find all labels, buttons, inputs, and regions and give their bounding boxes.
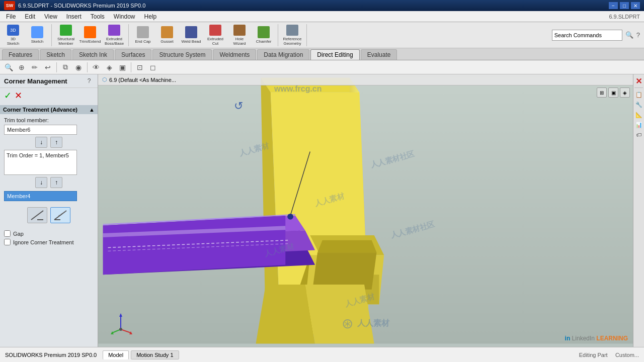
svg-line-0	[31, 211, 43, 220]
ignore-label: Ignore Corner Treatment	[13, 239, 73, 245]
vp-ctrl-2[interactable]: ▣	[608, 87, 618, 98]
rp-icon-4[interactable]: 📐	[634, 110, 643, 119]
3d-sketch-label: 3DSketch	[7, 37, 19, 46]
tb-trim-extend[interactable]: Trim/Extend	[79, 24, 101, 46]
tb-gusset[interactable]: Gusset	[156, 24, 178, 46]
structural-label: StructuralMember	[57, 37, 74, 46]
tab-evaluate[interactable]: Evaluate	[361, 49, 397, 60]
section-header[interactable]: Corner Treatment (Advance) ▲	[0, 105, 98, 114]
end-cap-label: End Cap	[135, 39, 150, 44]
chamfer-icon	[258, 26, 270, 38]
vp-ctrl-3[interactable]: ◈	[620, 87, 630, 98]
st-circle-icon[interactable]: ◉	[73, 62, 84, 73]
menu-view[interactable]: View	[40, 12, 61, 21]
st-copy-icon[interactable]: ⧉	[60, 62, 71, 73]
toolbar-group-weld: End Cap Gusset Weld Bead Extruded Cut Ho…	[132, 24, 278, 46]
gusset-icon	[161, 26, 173, 38]
move-down-btn[interactable]: ↓	[35, 137, 47, 148]
rp-icon-2[interactable]: 📋	[634, 90, 643, 99]
rp-icon-1[interactable]: ✕	[634, 76, 643, 85]
sketch-icon	[31, 26, 43, 38]
tab-direct-editing[interactable]: Direct Editing	[310, 49, 359, 60]
ok-button[interactable]: ✓	[4, 90, 12, 101]
gap-checkbox[interactable]	[4, 230, 11, 237]
st-view-icon[interactable]: ⊡	[134, 62, 145, 73]
treat-btn-1[interactable]	[27, 207, 47, 223]
trim-tool-input[interactable]	[4, 125, 77, 135]
tb-reference-geometry[interactable]: ReferenceGeometry	[281, 24, 303, 46]
trim-order-up-btn[interactable]: ↑	[50, 177, 62, 188]
st-eye-icon[interactable]: 👁	[91, 62, 102, 73]
st-shade-icon[interactable]: ◈	[104, 62, 115, 73]
menu-help[interactable]: Help	[140, 12, 161, 21]
status-tab-motion-study[interactable]: Motion Study 1	[131, 350, 179, 359]
member4-item[interactable]: Member4	[4, 191, 77, 201]
tb-chamfer[interactable]: Chamfer	[253, 24, 275, 46]
tb-3d-sketch[interactable]: 3D 3DSketch	[2, 24, 24, 46]
tb-end-cap[interactable]: End Cap	[132, 24, 154, 46]
tab-weldments[interactable]: Weldments	[213, 49, 256, 60]
menu-window[interactable]: Window	[110, 12, 139, 21]
st-pencil-icon[interactable]: ✏	[29, 62, 40, 73]
panel-title: Corner Management	[4, 77, 67, 85]
weld-label: Weld Bead	[182, 39, 201, 44]
st-search-icon[interactable]: 🔍	[3, 62, 14, 73]
extruded-boss-icon	[108, 25, 120, 36]
corner-treatment-section: Corner Treatment (Advance) ▲ Trim tool m…	[0, 103, 98, 251]
rp-icon-3[interactable]: 🔧	[634, 100, 643, 109]
tab-sketch[interactable]: Sketch	[40, 49, 71, 60]
close-button[interactable]: ✕	[631, 2, 640, 9]
rp-icon-5[interactable]: 📊	[634, 120, 643, 129]
ignore-checkbox[interactable]	[4, 239, 11, 245]
st-display-icon[interactable]: ▣	[117, 62, 128, 73]
tb-sketch[interactable]: Sketch	[26, 24, 48, 46]
tab-data-migration[interactable]: Data Migration	[257, 49, 309, 60]
sketch-label: Sketch	[31, 39, 43, 44]
search-commands-input[interactable]	[552, 30, 622, 41]
tb-extruded-cut[interactable]: Extruded Cut	[204, 24, 226, 46]
menu-edit[interactable]: Edit	[21, 12, 39, 21]
main-content: Corner Management ? ✓ ✕ Corner Treatment…	[0, 74, 644, 347]
tab-surfaces[interactable]: Surfaces	[115, 49, 151, 60]
tb-hole-wizard[interactable]: Hole Wizard	[228, 24, 251, 46]
st-back-icon[interactable]: ↩	[42, 62, 53, 73]
rp-icon-6[interactable]: 🏷	[634, 130, 643, 139]
title-bar: SW 6.9.SLDPRT - SOLIDWORKS Premium 2019 …	[0, 0, 644, 11]
treat-btn-2[interactable]	[50, 207, 70, 223]
menu-file[interactable]: File	[2, 12, 20, 21]
separator-3	[131, 62, 131, 72]
tb-structural-member[interactable]: StructuralMember	[55, 24, 77, 46]
viewport-controls: ⊞ ▣ ◈	[597, 87, 630, 98]
panel-icons: ?	[85, 76, 94, 85]
tab-sketch-ink[interactable]: Sketch Ink	[72, 49, 114, 60]
tb-extruded-boss[interactable]: ExtrudedBoss/Base	[103, 24, 125, 46]
status-tab-model[interactable]: Model	[103, 350, 129, 359]
restore-button[interactable]: □	[620, 2, 629, 9]
st-plus-icon[interactable]: ⊕	[16, 62, 27, 73]
panel-help-button[interactable]: ?	[85, 76, 94, 85]
tb-weld-bead[interactable]: Weld Bead	[180, 24, 202, 46]
file-title: 6.9.SLDPRT	[609, 14, 642, 20]
status-left: SOLIDWORKS Premium 2019 SP0.0 Model Moti…	[5, 350, 179, 359]
cancel-button[interactable]: ✕	[15, 90, 22, 101]
3d-sketch-icon: 3D	[7, 25, 19, 36]
st-orient-icon[interactable]: ◻	[147, 62, 158, 73]
tab-features[interactable]: Features	[2, 49, 39, 60]
svg-marker-20	[103, 216, 285, 275]
trim-order-down-btn[interactable]: ↓	[35, 177, 47, 188]
section-content: Trim tool member: ↓ ↑ Trim Order = 1, Me…	[4, 114, 94, 249]
search-icon[interactable]: 🔍	[625, 31, 633, 39]
sw-logo: SW	[4, 1, 15, 10]
menu-insert[interactable]: Insert	[62, 12, 86, 21]
svg-point-24	[287, 214, 293, 220]
vp-ctrl-1[interactable]: ⊞	[597, 87, 607, 98]
help-icon[interactable]: ?	[636, 31, 640, 39]
treatment-buttons	[4, 205, 94, 225]
minimize-button[interactable]: −	[609, 2, 618, 9]
menu-tools[interactable]: Tools	[87, 12, 109, 21]
sw-version-label: SOLIDWORKS Premium 2019 SP0.0	[5, 352, 97, 358]
tab-structure-system[interactable]: Structure System	[152, 49, 212, 60]
viewport[interactable]: ⬡ 6.9 (Default <As Machine... ✓ ✕	[98, 74, 633, 347]
collapse-icon: ▲	[89, 107, 95, 113]
move-up-btn[interactable]: ↑	[50, 137, 62, 148]
